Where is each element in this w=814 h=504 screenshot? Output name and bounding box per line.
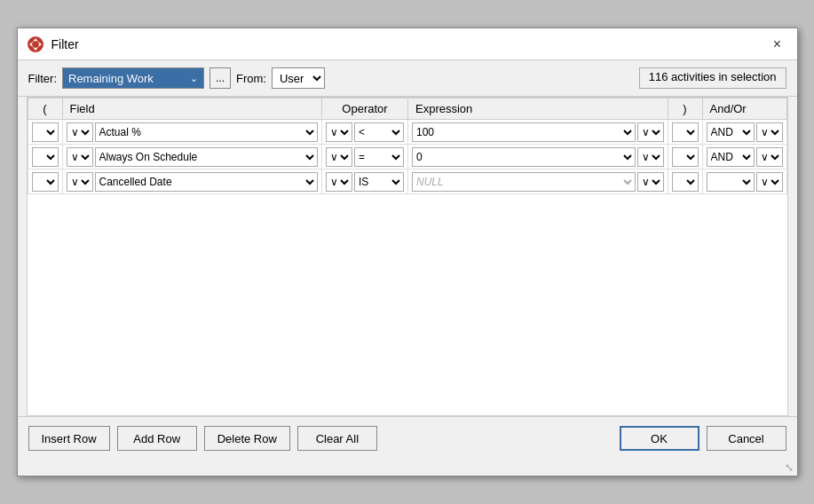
dialog-title: Filter (51, 37, 79, 51)
expression-dropdown-1[interactable]: 0 (412, 147, 636, 167)
field-row-dropdown-0[interactable]: ∨ (67, 122, 93, 142)
field-dropdown-1[interactable]: Always On Schedule (95, 147, 319, 167)
close-paren-dropdown-2[interactable]: ) (672, 172, 699, 192)
col-header-close-paren: ) (668, 98, 702, 120)
table-body: (∨Actual %∨<100∨)ANDOR∨(∨Always On Sched… (28, 120, 786, 194)
field-row-dropdown-1[interactable]: ∨ (67, 147, 93, 167)
add-row-button[interactable]: Add Row (117, 426, 197, 451)
open-paren-dropdown-1[interactable]: ( (32, 147, 59, 167)
cell-open-paren-0[interactable]: ( (28, 120, 62, 145)
cell-open-paren-1[interactable]: ( (28, 145, 62, 169)
field-row-dropdown-2[interactable]: ∨ (67, 172, 93, 192)
expression-dropdown-0[interactable]: 100 (412, 122, 636, 142)
field-dropdown-2[interactable]: Cancelled Date (95, 172, 319, 192)
table-header-row: ( Field Operator Expression ) And/Or (28, 98, 786, 120)
open-paren-dropdown-2[interactable]: ( (32, 172, 59, 192)
cell-close-paren-1[interactable]: ) (668, 145, 702, 169)
title-bar-left: Filter (27, 35, 79, 53)
close-paren-dropdown-1[interactable]: ) (672, 147, 699, 167)
app-icon (27, 35, 44, 53)
expression-chev-dropdown-1[interactable]: ∨ (637, 147, 664, 167)
andor-dropdown-0[interactable]: ANDOR (707, 122, 755, 142)
andor-dropdown-2[interactable]: ANDOR (707, 172, 755, 192)
from-dropdown[interactable]: User (272, 67, 325, 89)
operator-dropdown-0[interactable]: < (354, 122, 404, 142)
cell-andor-2[interactable]: ANDOR∨ (702, 169, 786, 194)
cell-field-0[interactable]: ∨Actual % (62, 120, 322, 145)
table-row: (∨Actual %∨<100∨)ANDOR∨ (28, 120, 786, 145)
cell-operator-0[interactable]: ∨< (322, 120, 408, 145)
title-bar: Filter × (18, 28, 797, 60)
filter-label: Filter: (28, 72, 58, 85)
close-paren-dropdown-0[interactable]: ) (672, 122, 699, 142)
col-header-operator: Operator (322, 98, 408, 120)
cell-field-1[interactable]: ∨Always On Schedule (62, 145, 322, 169)
cell-andor-1[interactable]: ANDOR∨ (702, 145, 786, 169)
cell-operator-2[interactable]: ∨IS (322, 169, 408, 194)
operator-dropdown-2[interactable]: IS (354, 172, 404, 192)
filter-value: Remaining Work (68, 72, 154, 85)
expression-chev-dropdown-2[interactable]: ∨ (637, 172, 664, 192)
cell-close-paren-2[interactable]: ) (668, 169, 702, 194)
filter-dialog: Filter × Filter: Remaining Work ⌄ ... Fr… (17, 28, 798, 476)
cell-field-2[interactable]: ∨Cancelled Date (62, 169, 322, 194)
expression-dropdown-2[interactable]: NULL (412, 172, 636, 192)
ok-button[interactable]: OK (620, 426, 699, 451)
resize-handle[interactable]: ⤡ (18, 460, 797, 476)
cell-expression-2[interactable]: NULL∨ (408, 169, 668, 194)
operator-row-dropdown-1[interactable]: ∨ (326, 147, 352, 167)
filter-chevron-icon: ⌄ (190, 73, 198, 84)
delete-row-button[interactable]: Delete Row (204, 426, 290, 451)
expression-chev-dropdown-0[interactable]: ∨ (637, 122, 664, 142)
table-row: (∨Cancelled Date∨ISNULL∨)ANDOR∨ (28, 169, 786, 194)
ellipsis-button[interactable]: ... (209, 67, 231, 89)
col-header-field: Field (62, 98, 322, 120)
andor-chev-dropdown-0[interactable]: ∨ (756, 122, 783, 142)
toolbar-row: Filter: Remaining Work ⌄ ... From: User … (18, 60, 797, 97)
operator-dropdown-1[interactable]: = (354, 147, 404, 167)
table-row: (∨Always On Schedule∨=0∨)ANDOR∨ (28, 145, 786, 169)
operator-row-dropdown-2[interactable]: ∨ (326, 172, 352, 192)
andor-chev-dropdown-1[interactable]: ∨ (756, 147, 783, 167)
open-paren-dropdown-0[interactable]: ( (32, 122, 59, 142)
footer-row: Insert Row Add Row Delete Row Clear All … (18, 416, 797, 460)
andor-dropdown-1[interactable]: ANDOR (707, 147, 755, 167)
clear-all-button[interactable]: Clear All (297, 426, 377, 451)
activities-count: 116 activities in selection (639, 67, 786, 89)
col-header-expression: Expression (408, 98, 668, 120)
col-header-open-paren: ( (28, 98, 62, 120)
operator-row-dropdown-0[interactable]: ∨ (326, 122, 352, 142)
insert-row-button[interactable]: Insert Row (28, 426, 110, 451)
cell-andor-0[interactable]: ANDOR∨ (702, 120, 786, 145)
from-label: From: (236, 72, 266, 85)
cancel-button[interactable]: Cancel (707, 426, 786, 451)
col-header-andor: And/Or (702, 98, 786, 120)
filter-table: ( Field Operator Expression ) And/Or (∨A… (28, 98, 787, 194)
close-button[interactable]: × (767, 34, 788, 55)
cell-expression-1[interactable]: 0∨ (408, 145, 668, 169)
cell-operator-1[interactable]: ∨= (322, 145, 408, 169)
filter-dropdown-container[interactable]: Remaining Work ⌄ (62, 67, 204, 89)
filter-table-container: ( Field Operator Expression ) And/Or (∨A… (27, 97, 788, 416)
cell-close-paren-0[interactable]: ) (668, 120, 702, 145)
andor-chev-dropdown-2[interactable]: ∨ (756, 172, 783, 192)
field-dropdown-0[interactable]: Actual % (95, 122, 319, 142)
cell-expression-0[interactable]: 100∨ (408, 120, 668, 145)
cell-open-paren-2[interactable]: ( (28, 169, 62, 194)
